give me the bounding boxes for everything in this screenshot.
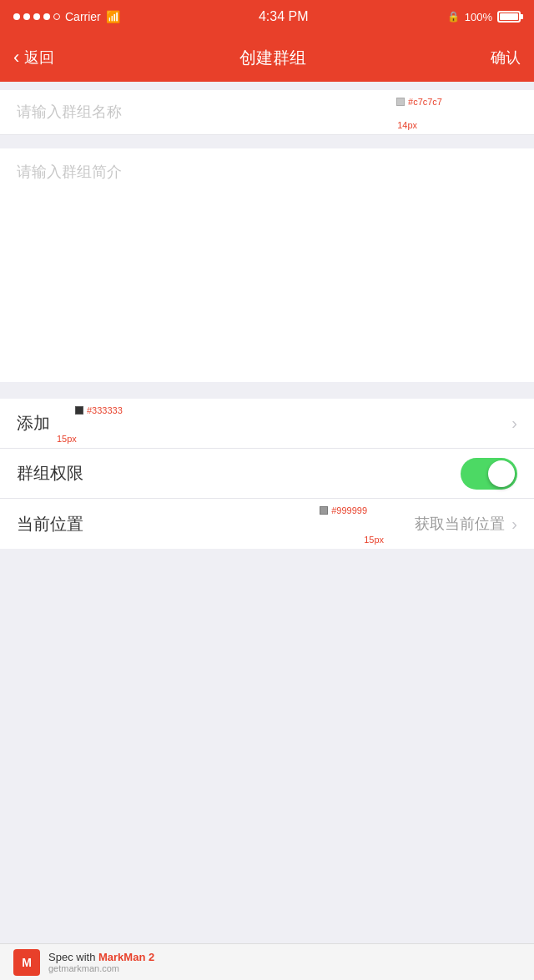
dot-3 — [33, 13, 40, 20]
branding-bar: M Spec with MarkMan 2 getmarkman.com — [0, 943, 534, 980]
name-px-annotation: 14px — [397, 120, 417, 130]
permissions-item-left: 群组权限 — [17, 462, 83, 485]
back-label: 返回 — [24, 48, 54, 68]
back-arrow-icon: ‹ — [13, 47, 19, 68]
add-px-value: 15px — [57, 434, 77, 444]
dot-2 — [23, 13, 30, 20]
location-px-value: 15px — [364, 535, 384, 545]
status-time: 4:34 PM — [259, 9, 309, 24]
status-left: Carrier 📶 — [13, 10, 120, 23]
add-item-right: › — [511, 414, 517, 433]
carrier-label: Carrier — [65, 10, 101, 23]
name-input-section: #c7c7c7 14px — [0, 90, 534, 135]
permissions-toggle[interactable] — [461, 458, 517, 490]
location-item-right: 获取当前位置 › — [415, 514, 517, 534]
add-chevron-icon: › — [511, 414, 517, 433]
brand-logo-text: M — [22, 956, 32, 969]
dot-1 — [13, 13, 20, 20]
nav-bar: ‹ 返回 创建群组 确认 — [0, 33, 534, 82]
group-name-input[interactable] — [17, 103, 517, 121]
location-color-swatch — [320, 506, 328, 515]
brand-line1: Spec with MarkMan 2 — [48, 951, 154, 963]
bottom-space — [0, 549, 534, 732]
dot-5 — [53, 13, 60, 20]
confirm-button[interactable]: 确认 — [491, 48, 521, 68]
back-button[interactable]: ‹ 返回 — [13, 47, 54, 68]
desc-input-section — [0, 148, 534, 382]
add-label: 添加 — [17, 412, 50, 435]
group-desc-input[interactable] — [17, 162, 517, 329]
location-color-value: #999999 — [331, 505, 367, 515]
list-item-permissions[interactable]: 群组权限 — [0, 449, 534, 499]
battery-icon — [497, 11, 521, 23]
add-color-value: #333333 — [87, 405, 123, 415]
name-px-value: 14px — [397, 120, 417, 130]
battery-percent: 100% — [465, 11, 492, 23]
status-bar: Carrier 📶 4:34 PM 🔒 100% — [0, 0, 534, 33]
list-item-add[interactable]: 添加 › #333333 15px — [0, 399, 534, 449]
lock-icon: 🔒 — [447, 11, 460, 23]
list-item-location[interactable]: 当前位置 获取当前位置 › #999999 15px — [0, 499, 534, 549]
location-label: 当前位置 — [17, 513, 83, 535]
status-right: 🔒 100% — [447, 11, 521, 23]
location-item-left: 当前位置 — [17, 513, 83, 535]
brand-url: getmarkman.com — [48, 963, 154, 973]
wifi-icon: 📶 — [106, 10, 120, 23]
top-divider — [0, 82, 534, 90]
brand-logo: M — [13, 949, 40, 976]
location-color-annotation: #999999 — [320, 505, 367, 515]
toggle-track — [461, 458, 517, 490]
location-px-annotation: 15px — [364, 535, 384, 545]
dot-4 — [43, 13, 50, 20]
location-value: 获取当前位置 — [415, 514, 505, 534]
permissions-label: 群组权限 — [17, 462, 83, 485]
brand-text-block: Spec with MarkMan 2 getmarkman.com — [48, 951, 154, 973]
nav-title: 创建群组 — [239, 47, 306, 69]
mid-divider — [0, 135, 534, 148]
brand-highlight: MarkMan 2 — [98, 951, 154, 963]
signal-dots — [13, 13, 60, 20]
brand-text-prefix: Spec with — [48, 951, 98, 963]
permissions-item-right — [461, 458, 517, 490]
add-item-left: 添加 — [17, 412, 50, 435]
name-input-row: #c7c7c7 14px — [0, 90, 534, 135]
add-color-annotation: #333333 — [75, 405, 123, 415]
toggle-thumb — [488, 460, 515, 487]
battery-fill — [500, 13, 518, 20]
add-px-annotation: 15px — [57, 434, 77, 444]
add-color-swatch — [75, 406, 83, 415]
location-chevron-icon: › — [511, 515, 517, 534]
list-section: 添加 › #333333 15px 群组权限 当前位置 — [0, 399, 534, 549]
lower-divider — [0, 382, 534, 399]
